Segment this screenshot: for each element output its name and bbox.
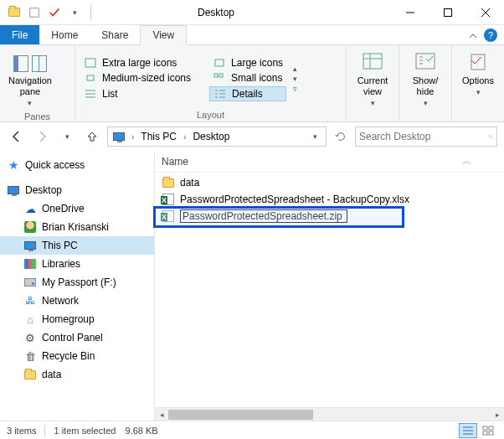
scroll-right-button[interactable]: ▸ xyxy=(491,408,504,421)
excel-icon xyxy=(162,209,175,223)
tree-quick-access[interactable]: ★Quick access xyxy=(0,156,154,174)
layout-large-icons[interactable]: Large icons xyxy=(209,56,286,70)
drive-icon xyxy=(23,276,37,289)
tree-user[interactable]: Brian Krisanski xyxy=(0,218,154,236)
view-thumbnails-button[interactable] xyxy=(479,423,497,438)
tree-thispc[interactable]: This PC xyxy=(0,236,154,255)
group-layout: Extra large icons Large icons Medium-siz… xyxy=(75,45,347,121)
window-title: Desktop xyxy=(41,7,391,18)
tree-libraries[interactable]: Libraries xyxy=(0,255,154,273)
file-row-editing[interactable] xyxy=(155,208,504,225)
file-name: data xyxy=(180,177,199,189)
tree-homegroup[interactable]: ⌂Homegroup xyxy=(0,310,154,328)
crumb-desktop[interactable]: Desktop xyxy=(189,131,233,142)
tab-file[interactable]: File xyxy=(0,25,39,44)
navigation-pane-label: Navigation pane xyxy=(8,75,52,97)
svg-rect-6 xyxy=(219,74,223,77)
svg-rect-7 xyxy=(363,54,382,69)
column-name[interactable]: Name xyxy=(162,156,188,168)
svg-rect-8 xyxy=(416,54,435,69)
show-hide-button[interactable]: Show/ hide▾ xyxy=(404,49,446,110)
chevron-down-icon: ▾ xyxy=(28,99,32,108)
refresh-button[interactable] xyxy=(332,127,350,146)
tab-view[interactable]: View xyxy=(140,25,187,45)
monitor-icon xyxy=(23,239,37,252)
file-pane: Name ︿ data PasswordProtectedSpreadsheet… xyxy=(155,151,504,421)
up-button[interactable] xyxy=(82,127,102,147)
svg-rect-0 xyxy=(30,8,39,17)
svg-rect-11 xyxy=(483,426,487,430)
collapse-ribbon-icon[interactable] xyxy=(469,31,477,39)
layout-list[interactable]: List xyxy=(80,86,194,101)
svg-rect-4 xyxy=(87,75,94,80)
status-size: 9.68 KB xyxy=(126,426,158,436)
group-panes-label: Panes xyxy=(5,110,69,121)
current-view-button[interactable]: Current view▾ xyxy=(352,49,393,110)
group-layout-label: Layout xyxy=(80,108,341,120)
file-row-xlsx[interactable]: PasswordProtectedSpreadsheet - BackupCop… xyxy=(155,191,504,208)
address-bar-row: ▾ › This PC › Desktop ▾ xyxy=(0,122,504,151)
scroll-thumb[interactable] xyxy=(168,410,313,420)
view-details-button[interactable] xyxy=(459,423,477,438)
help-icon[interactable]: ? xyxy=(484,28,497,42)
breadcrumb[interactable]: › This PC › Desktop ▾ xyxy=(107,127,327,147)
layout-expand-icon[interactable]: ▿ xyxy=(293,85,297,93)
tab-home[interactable]: Home xyxy=(39,25,90,44)
recycle-bin-icon: 🗑 xyxy=(23,349,37,363)
column-header[interactable]: Name ︿ xyxy=(155,151,504,173)
svg-rect-14 xyxy=(489,431,493,435)
horizontal-scrollbar[interactable]: ◂ ▸ xyxy=(155,407,504,421)
layout-details[interactable]: Details xyxy=(209,86,286,101)
chevron-right-icon[interactable]: › xyxy=(130,132,136,142)
title-bar: ▾ Desktop xyxy=(0,0,504,25)
recent-locations-button[interactable]: ▾ xyxy=(57,127,77,147)
tree-mypassport[interactable]: My Passport (F:) xyxy=(0,273,154,292)
search-input[interactable] xyxy=(359,131,485,142)
main-area: ★Quick access Desktop ☁OneDrive Brian Kr… xyxy=(0,151,504,421)
folder-app-icon xyxy=(5,3,23,22)
svg-rect-5 xyxy=(214,74,218,77)
search-icon xyxy=(488,132,493,142)
group-show-hide: Show/ hide▾ xyxy=(399,45,452,121)
svg-rect-2 xyxy=(85,59,95,67)
crumb-thispc[interactable]: This PC xyxy=(137,131,180,142)
libraries-icon xyxy=(23,257,37,271)
layout-extra-large-icons[interactable]: Extra large icons xyxy=(80,56,194,70)
tree-controlpanel[interactable]: ⚙Control Panel xyxy=(0,328,154,347)
layout-scroll-down-icon[interactable]: ▾ xyxy=(293,75,297,83)
group-options: Options▾ xyxy=(452,45,504,121)
tab-share[interactable]: Share xyxy=(90,25,140,44)
tree-desktop[interactable]: Desktop xyxy=(0,181,154,199)
layout-scroll-up-icon[interactable]: ▴ xyxy=(293,65,297,73)
folder-icon xyxy=(162,176,175,189)
options-button[interactable]: Options▾ xyxy=(457,49,499,99)
scroll-left-button[interactable]: ◂ xyxy=(155,408,168,421)
search-box[interactable] xyxy=(355,127,497,147)
file-row-folder[interactable]: data xyxy=(155,174,504,191)
layout-medium-icons[interactable]: Medium-sized icons xyxy=(80,71,194,85)
navigation-tree[interactable]: ★Quick access Desktop ☁OneDrive Brian Kr… xyxy=(0,151,155,421)
scroll-track[interactable] xyxy=(168,408,491,421)
minimize-button[interactable] xyxy=(391,0,429,25)
tree-onedrive[interactable]: ☁OneDrive xyxy=(0,199,154,218)
back-button[interactable] xyxy=(7,127,27,147)
tree-recyclebin[interactable]: 🗑Recycle Bin xyxy=(0,347,154,365)
tree-network[interactable]: 🖧Network xyxy=(0,292,154,310)
navigation-pane-button[interactable]: Navigation pane ▾ xyxy=(5,49,55,110)
rename-input[interactable] xyxy=(180,209,347,223)
folder-icon xyxy=(23,368,37,381)
homegroup-icon: ⌂ xyxy=(23,312,37,326)
address-dropdown-icon[interactable]: ▾ xyxy=(306,127,324,146)
close-button[interactable] xyxy=(466,0,504,25)
svg-point-10 xyxy=(489,135,491,137)
tree-data[interactable]: data xyxy=(0,365,154,384)
layout-small-icons[interactable]: Small icons xyxy=(209,71,286,85)
svg-rect-12 xyxy=(489,426,493,430)
gear-icon: ⚙ xyxy=(23,331,37,344)
chevron-right-icon[interactable]: › xyxy=(182,132,188,142)
forward-button[interactable] xyxy=(32,127,52,147)
sort-indicator-icon[interactable]: ︿ xyxy=(462,154,472,168)
file-list[interactable]: data PasswordProtectedSpreadsheet - Back… xyxy=(155,173,504,407)
maximize-button[interactable] xyxy=(429,0,466,25)
layout-options: Extra large icons Large icons Medium-siz… xyxy=(80,56,286,101)
